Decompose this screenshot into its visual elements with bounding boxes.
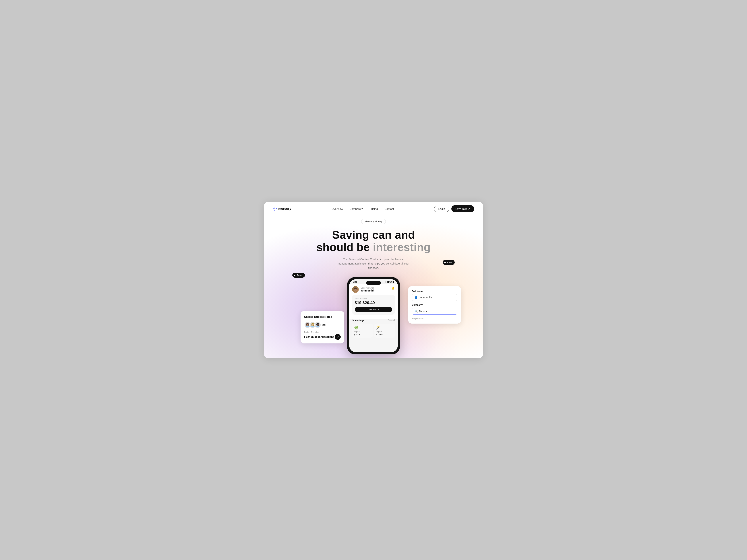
search-company-icon: 🔍 [415,310,418,313]
nav-links: Overview Compare ▾ Pricing Contact [332,207,394,210]
budget-notes-card: Shared Budget Notes ⋮ 🧑🏽‍💼 👩🏼‍💼 🧑🏿‍💼 24+… [301,311,344,343]
phone-avatar: 🧑🏽 [352,286,359,293]
cursor-john: John [292,273,305,277]
phone-status-icons: ▐▐▐ wifi ▮ [385,281,394,283]
logo-icon [273,207,277,211]
employees-label: Employees [412,317,457,320]
see-all-link[interactable]: See All [388,319,395,322]
spending-card-zapier: ✳️ Zapier $3,250 [352,324,373,338]
zapier-icon: ✳️ [354,325,371,330]
lets-talk-button[interactable]: Let's Talk ↗ [452,205,474,212]
phone-bell-icon[interactable]: 🔔 [391,286,395,290]
battery-icon: ▮ [393,281,394,283]
phone-greeting-text: Good morning! John Smith [361,287,375,292]
company-input[interactable]: 🔍 Mercur | [412,308,457,315]
spending-card-figma: 🪄 Figma $7,500 [374,324,395,338]
chevron-down-icon: ▾ [361,207,363,210]
avatar-stack: 🧑🏽‍💼 👩🏼‍💼 🧑🏿‍💼 24+ [304,322,341,328]
logo[interactable]: mercury [273,207,291,211]
form-card: Full Name 👤 John Smith Company 🔍 Mercur … [408,286,461,324]
figma-name: Figma [376,330,393,333]
arrow-icon: ↗ [378,308,379,311]
arrow-icon: ↗ [468,207,470,210]
spendings-header: Spendings See All [352,319,395,322]
budget-plan-label: Budget Planning [304,331,341,333]
hero-title: Saving can and should be interesting [264,229,483,254]
svg-rect-4 [275,210,275,211]
budget-arrow-button[interactable]: ↗ [335,334,341,340]
nav-overview[interactable]: Overview [332,207,343,210]
full-name-value: John Smith [419,296,432,299]
figma-amount: $7,500 [376,333,393,336]
phone-container: Shared Budget Notes ⋮ 🧑🏽‍💼 👩🏼‍💼 🧑🏿‍💼 24+… [264,277,483,354]
full-name-input[interactable]: 👤 John Smith [412,294,457,301]
budget-card-title: Shared Budget Notes [304,315,332,318]
nav-actions: Login Let's Talk ↗ [434,205,474,212]
figma-icon: 🪄 [376,325,393,330]
phone-cta-button[interactable]: Let's Talk ↗ [355,307,392,312]
phone-balance-card: Total Balance $19,320.40 Let's Talk ↗ [352,295,395,315]
balance-label: Total Balance [355,297,392,300]
phone-app-content: 🧑🏽 Good morning! John Smith 🔔 Total Bala… [349,284,398,319]
svg-rect-2 [275,208,275,209]
phone-time: 9:41 [353,281,357,283]
avatar-3: 🧑🏿‍💼 [314,322,321,328]
budget-link-row: FY24 Budget Allocations ↗ [304,334,341,340]
logo-text: mercury [278,207,291,211]
full-name-field: Full Name 👤 John Smith [412,290,457,301]
svg-rect-3 [276,208,277,209]
zapier-amount: $3,250 [354,333,371,336]
budget-card-header: Shared Budget Notes ⋮ [304,315,341,319]
budget-card-menu[interactable]: ⋮ [337,315,341,319]
phone-screen: 9:41 ▐▐▐ wifi ▮ 🧑🏽 Good morning! [349,279,398,352]
spending-cards: ✳️ Zapier $3,250 🪄 Figma $7,500 [352,324,395,338]
company-label: Company [412,303,457,306]
svg-rect-1 [273,208,274,209]
hero-description: The Financial Control Center is a powerf… [335,257,412,270]
phone-greeting-row: 🧑🏽 Good morning! John Smith 🔔 [352,286,395,293]
login-button[interactable]: Login [434,206,449,212]
svg-rect-0 [275,207,275,208]
arrow-northeast-icon: ↗ [337,336,339,338]
nav-compare[interactable]: Compare ▾ [350,207,363,210]
company-value: Mercur | [419,310,429,313]
company-field: Company 🔍 Mercur | [412,303,457,315]
full-name-label: Full Name [412,290,457,293]
user-icon: 👤 [415,296,418,299]
avatar-count: 24+ [323,324,327,326]
hero-badge: Mercury Money [361,219,386,224]
phone-spendings: Spendings See All ✳️ Zapier $3,250 🪄 Fig… [349,319,398,340]
page-wrapper: mercury Overview Compare ▾ Pricing Conta… [264,202,483,358]
balance-amount: $19,320.40 [355,300,392,305]
wifi-icon: wifi [389,281,392,283]
nav-contact[interactable]: Contact [384,207,394,210]
navbar: mercury Overview Compare ▾ Pricing Conta… [264,202,483,216]
budget-name: FY24 Budget Allocations [304,336,334,338]
phone-notch [366,281,381,285]
nav-pricing[interactable]: Pricing [369,207,378,210]
zapier-name: Zapier [354,330,371,333]
signal-icon: ▐▐▐ [385,281,389,283]
phone-mockup: 9:41 ▐▐▐ wifi ▮ 🧑🏽 Good morning! [347,277,400,354]
cursor-kate: Kate [443,260,455,265]
